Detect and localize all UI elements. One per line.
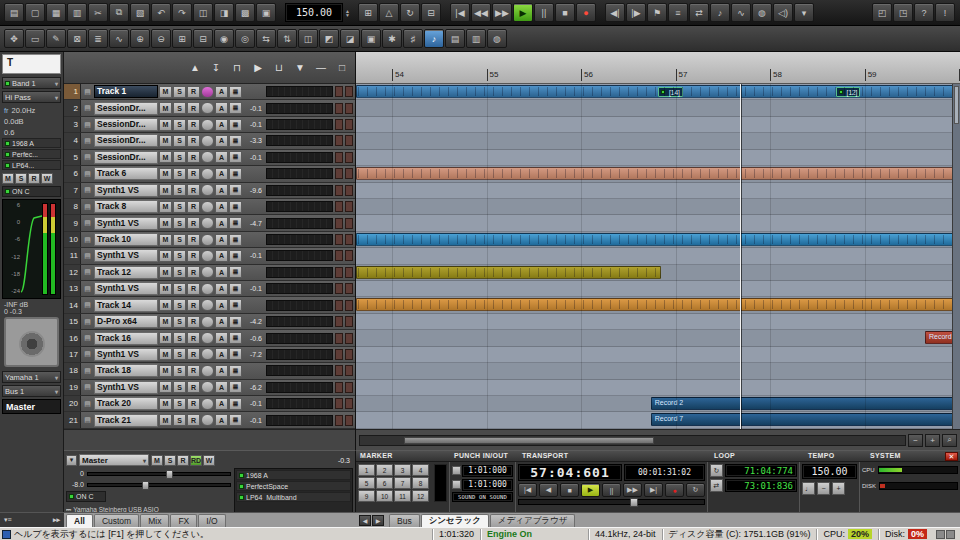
track-name[interactable]: SessionDr... (94, 118, 158, 131)
menu-icon[interactable]: ▤ (4, 3, 24, 22)
nudge-left-button[interactable]: ⇆ (256, 29, 276, 48)
clip-lane[interactable] (356, 133, 960, 149)
arm-button[interactable]: R (187, 381, 200, 393)
master-trim-fader[interactable] (87, 483, 231, 487)
input-echo-button[interactable] (201, 119, 214, 131)
fx-slot[interactable] (345, 250, 353, 261)
pause-button[interactable]: || (534, 3, 554, 22)
rtz-button[interactable]: |◀ (450, 3, 470, 22)
input-echo-button[interactable] (201, 168, 214, 180)
solo-button[interactable]: S (173, 316, 186, 328)
fx-slot[interactable] (345, 283, 353, 294)
solo-button[interactable]: S (173, 283, 186, 295)
input-monitor-chip[interactable]: ON C (2, 186, 61, 197)
track-name[interactable]: Track 12 (94, 266, 158, 279)
mute-button[interactable]: M (159, 299, 172, 311)
rack-tab-2[interactable]: メディアブラウザ (490, 514, 576, 527)
sync-button[interactable]: ⇄ (689, 3, 709, 22)
fx-slot[interactable] (335, 152, 343, 163)
archive-button[interactable]: A (215, 201, 228, 213)
archive-button[interactable]: A (215, 217, 228, 229)
master-fx-slot[interactable]: 1968 A (236, 470, 351, 480)
track-row[interactable]: 18▤Track 18MSRA≣ (64, 363, 355, 379)
track-name[interactable]: SessionDr... (94, 102, 158, 115)
time-ruler[interactable]: 54555657585960 (356, 52, 960, 84)
mute-button[interactable]: M (159, 348, 172, 360)
console-tab-mix[interactable]: Mix (140, 514, 169, 527)
plugin-button[interactable]: ◍ (752, 3, 772, 22)
audio-clip[interactable] (356, 233, 960, 246)
rewind-button[interactable]: ◀◀ (471, 3, 491, 22)
eq-band-select[interactable]: Band 1▾ (2, 77, 61, 89)
fx-slot[interactable] (335, 365, 343, 376)
archive-button[interactable]: A (215, 135, 228, 147)
mix-button[interactable]: ≡ (668, 3, 688, 22)
paste-button[interactable]: ▧ (130, 3, 150, 22)
horizontal-scrollbar[interactable]: − + ⌕ (356, 429, 960, 450)
track-row[interactable]: 15▤D-Pro x64MSRA≣-4.2 (64, 314, 355, 330)
zoom-tool-button[interactable]: ⌕ (942, 434, 957, 447)
split-tool-button[interactable]: ◫ (298, 29, 318, 48)
inspector-plugin-slot[interactable]: LP64... (2, 160, 61, 170)
arm-button[interactable]: R (187, 283, 200, 295)
arm-button[interactable]: R (187, 250, 200, 262)
smart-tool-button[interactable]: ✥ (4, 29, 24, 48)
bus-select[interactable]: Bus 1▾ (2, 385, 61, 397)
fx-slot[interactable] (345, 218, 353, 229)
solo-button[interactable]: S (173, 332, 186, 344)
clip-lanes[interactable]: [14][12]RecordRecord 2Record 7 (356, 84, 960, 429)
archive-button[interactable]: A (215, 381, 228, 393)
mute-button[interactable]: M (159, 102, 172, 114)
loop-on-button[interactable]: ↻ (710, 464, 723, 477)
draw-tool-button[interactable]: ✎ (46, 29, 66, 48)
clip-lane[interactable] (356, 347, 960, 363)
expand-icon[interactable]: ▸▸ (53, 516, 60, 524)
tempo-minus-button[interactable]: − (817, 482, 830, 495)
mute-button[interactable]: M (159, 283, 172, 295)
new-file-button[interactable]: ▢ (25, 3, 45, 22)
clip-lane[interactable] (356, 297, 960, 313)
arm-button[interactable]: R (187, 86, 200, 98)
automation-button[interactable]: ≣ (229, 414, 242, 426)
clip-lane[interactable] (356, 232, 960, 248)
rewind-button[interactable]: ◀ (539, 483, 558, 497)
automation-button[interactable]: ≣ (229, 168, 242, 180)
play-button[interactable]: ▶ (581, 483, 600, 497)
zoom-in-button[interactable]: ⊕ (130, 29, 150, 48)
input-echo-button[interactable] (201, 316, 214, 328)
track-name[interactable]: Synth1 VS (94, 184, 158, 197)
input-echo-button[interactable] (201, 283, 214, 295)
fx-slot[interactable] (345, 365, 353, 376)
solo-button[interactable]: S (173, 135, 186, 147)
metronome-button[interactable]: △ (379, 3, 399, 22)
clip-lane[interactable] (356, 281, 960, 297)
track-name[interactable]: Track 1 (94, 85, 158, 98)
archive-button[interactable]: A (215, 151, 228, 163)
mute-button[interactable]: M (159, 332, 172, 344)
record-clip[interactable]: Record 2 (651, 397, 960, 410)
inspector-plugin-slot[interactable]: Perfec... (2, 149, 61, 159)
loop-end-time[interactable]: 73:01:836 (725, 479, 797, 492)
track-row[interactable]: 4▤SessionDr...MSRA≣-3.3 (64, 133, 355, 149)
snap-button[interactable]: ⊞ (358, 3, 378, 22)
zoom-in-button[interactable]: + (925, 434, 940, 447)
fx-slot[interactable] (335, 119, 343, 130)
set-loop-button[interactable]: ⇄ (710, 479, 723, 492)
input-echo-button[interactable] (201, 86, 214, 98)
track-row[interactable]: 20▤Track 20MSRA≣-0.1 (64, 396, 355, 412)
input-echo-button[interactable] (201, 348, 214, 360)
marker-10-button[interactable]: 10 (376, 490, 393, 502)
mute-button[interactable]: M (159, 201, 172, 213)
master-rd-button[interactable]: RD (190, 455, 202, 466)
arm-button[interactable]: R (187, 135, 200, 147)
punch-out-toggle[interactable] (452, 480, 461, 489)
fx-slot[interactable] (345, 201, 353, 212)
fit-tracks-icon[interactable]: ↧ (207, 60, 225, 76)
arm-button[interactable]: R (187, 365, 200, 377)
solo-button[interactable]: S (173, 381, 186, 393)
clip-lane[interactable]: Record 7 (356, 412, 960, 428)
clip-lane[interactable] (356, 100, 960, 116)
vertical-scrollbar[interactable] (952, 84, 960, 429)
track-name[interactable]: Track 21 (94, 414, 158, 427)
copy-button[interactable]: ⧉ (109, 3, 129, 22)
